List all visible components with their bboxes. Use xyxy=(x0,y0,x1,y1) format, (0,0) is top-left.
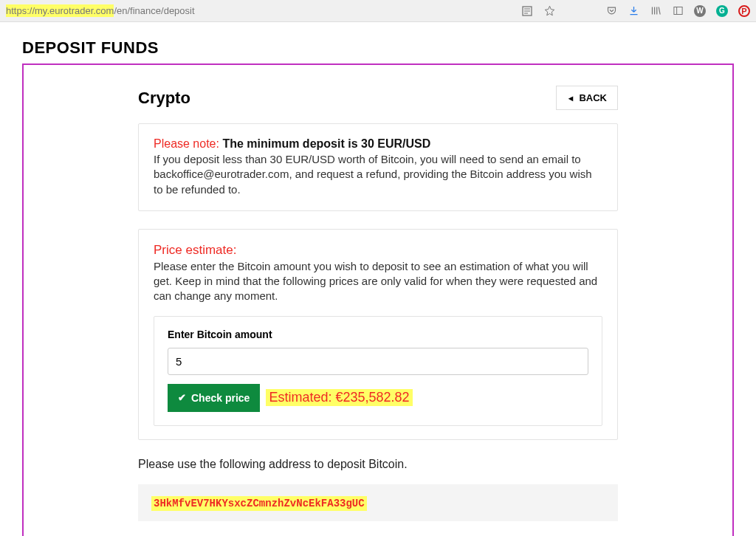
price-estimate-card: Price estimate: Please enter the Bitcoin… xyxy=(138,229,618,440)
toolbar-icons: W G P xyxy=(521,5,750,17)
estimated-value: Estimated: €235,582.82 xyxy=(266,389,412,406)
pocket-icon[interactable] xyxy=(605,5,617,17)
highlighted-frame: Crypto ◄ BACK Please note: The minimum d… xyxy=(22,63,734,536)
amount-input-label: Enter Bitcoin amount xyxy=(168,329,588,340)
download-icon[interactable] xyxy=(628,5,639,17)
notice-headline: The minimum deposit is 30 EUR/USD xyxy=(222,137,430,150)
url-path: /en/finance/deposit xyxy=(114,5,194,16)
extension-w-icon[interactable]: W xyxy=(694,5,706,17)
page-title: DEPOSIT FUNDS xyxy=(22,38,756,58)
reader-icon[interactable] xyxy=(521,5,533,17)
bitcoin-amount-input[interactable] xyxy=(168,348,588,375)
bookmark-star-icon[interactable] xyxy=(543,5,555,17)
back-button[interactable]: ◄ BACK xyxy=(556,86,618,110)
check-price-label: Check price xyxy=(191,392,250,404)
browser-address-bar: https://my.eurotrader.com/en/finance/dep… xyxy=(0,0,756,22)
check-price-button[interactable]: ✔ Check price xyxy=(168,384,260,412)
pinterest-icon[interactable]: P xyxy=(738,5,750,17)
back-label: BACK xyxy=(579,92,607,103)
deposit-intro: Please use the following address to depo… xyxy=(138,458,618,471)
url-display: https://my.eurotrader.com/en/finance/dep… xyxy=(6,5,521,16)
check-icon: ✔ xyxy=(178,392,186,403)
svg-line-7 xyxy=(659,7,660,15)
notice-card: Please note: The minimum deposit is 30 E… xyxy=(138,123,618,211)
grammarly-icon[interactable]: G xyxy=(716,5,728,17)
amount-input-box: Enter Bitcoin amount ✔ Check price Estim… xyxy=(154,316,602,426)
price-estimate-body: Please enter the Bitcoin amount you wish… xyxy=(154,259,602,304)
back-arrow-icon: ◄ xyxy=(567,94,575,103)
bitcoin-address[interactable]: 3HkMfvEV7HKYsxcZCmnzhZvNcEkFA33gUC xyxy=(151,496,367,511)
notice-label: Please note: xyxy=(154,137,219,150)
price-estimate-title: Price estimate: xyxy=(154,243,602,258)
notice-body: If you deposit less than 30 EUR/USD wort… xyxy=(154,152,602,197)
svg-rect-8 xyxy=(673,7,681,15)
sidebar-icon[interactable] xyxy=(672,5,684,17)
bitcoin-address-box: 3HkMfvEV7HKYsxcZCmnzhZvNcEkFA33gUC xyxy=(138,484,618,521)
library-icon[interactable] xyxy=(650,5,662,17)
section-title: Crypto xyxy=(138,89,190,108)
url-host: https://my.eurotrader.com xyxy=(6,4,114,17)
